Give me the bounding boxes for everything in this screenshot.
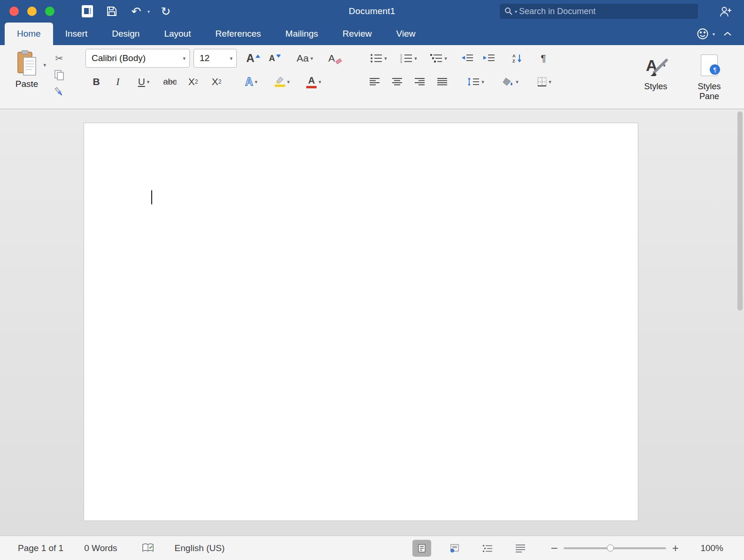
draft-view-button[interactable] (511, 540, 530, 557)
borders-dropdown-arrow[interactable]: ▾ (549, 79, 551, 85)
save-button[interactable] (103, 3, 120, 20)
titlebar: ↶ ▾ ↻ Document1 ▾ (0, 0, 744, 23)
text-effects-button[interactable]: A ▾ (237, 72, 266, 91)
tab-review[interactable]: Review (330, 23, 384, 45)
svg-text:A: A (512, 54, 516, 58)
outline-view-button[interactable] (478, 540, 497, 557)
feedback-smiley-button[interactable] (697, 28, 709, 40)
italic-button[interactable]: I (107, 72, 129, 91)
paste-button[interactable]: Paste (16, 50, 39, 89)
highlight-button[interactable]: ▾ (266, 72, 299, 91)
zoom-level[interactable]: 100% (695, 543, 723, 553)
search-scope-chevron-icon[interactable]: ▾ (515, 9, 517, 14)
shading-button[interactable]: ▾ (495, 72, 526, 91)
clear-formatting-button[interactable]: A (323, 49, 347, 68)
font-color-dropdown-arrow[interactable]: ▾ (318, 79, 321, 85)
sort-button[interactable]: A Z (506, 49, 529, 68)
undo-button[interactable]: ↶ (128, 3, 145, 20)
bullets-dropdown-arrow[interactable]: ▾ (384, 55, 387, 62)
word-count[interactable]: 0 Words (84, 543, 117, 553)
borders-button[interactable]: ▾ (529, 72, 560, 91)
tab-references[interactable]: References (203, 23, 273, 45)
underline-button[interactable]: U ▾ (129, 72, 159, 91)
tab-layout[interactable]: Layout (152, 23, 203, 45)
tab-design[interactable]: Design (100, 23, 152, 45)
align-center-icon (392, 78, 403, 86)
zoom-window-button[interactable] (45, 7, 54, 16)
tab-view[interactable]: View (384, 23, 428, 45)
print-layout-view-button[interactable] (412, 540, 431, 557)
close-window-button[interactable] (9, 7, 19, 16)
paste-dropdown-arrow[interactable]: ▾ (43, 62, 46, 68)
subscript-button[interactable]: X2 (181, 72, 205, 91)
text-effects-dropdown-arrow[interactable]: ▾ (255, 79, 258, 85)
share-button[interactable] (717, 5, 734, 19)
justify-button[interactable] (431, 72, 454, 91)
multilevel-dropdown-arrow[interactable]: ▾ (444, 55, 447, 62)
font-size-combobox[interactable]: 12 ▾ (194, 49, 237, 68)
search-in-document-box[interactable]: ▾ (500, 4, 698, 19)
font-size-value: 12 (200, 53, 209, 63)
grow-font-button[interactable]: A (242, 49, 264, 68)
format-painter-button[interactable] (51, 85, 68, 100)
page-indicator[interactable]: Page 1 of 1 (18, 543, 63, 553)
zoom-slider-knob[interactable] (607, 544, 614, 552)
shrink-font-button[interactable]: A (264, 49, 286, 68)
font-name-combobox[interactable]: Calibri (Body) ▾ (85, 49, 190, 68)
line-spacing-dropdown-arrow[interactable]: ▾ (481, 79, 484, 85)
feedback-dropdown-arrow[interactable]: ▾ (713, 31, 715, 37)
align-right-button[interactable] (409, 72, 431, 91)
change-case-dropdown-arrow[interactable]: ▾ (310, 55, 313, 62)
superscript-button[interactable]: X2 (205, 72, 228, 91)
highlight-dropdown-arrow[interactable]: ▾ (287, 79, 290, 85)
language-indicator[interactable]: English (US) (175, 543, 225, 553)
minimize-window-button[interactable] (27, 7, 37, 16)
text-cursor (151, 190, 152, 204)
tab-mailings[interactable]: Mailings (273, 23, 331, 45)
new-document-button[interactable] (79, 3, 96, 20)
styles-button[interactable]: A ▾ Styles (636, 51, 675, 106)
align-left-icon (370, 78, 380, 86)
pilcrow-badge-icon: ¶ (710, 64, 720, 75)
increase-indent-button[interactable] (478, 49, 500, 68)
tab-home[interactable]: Home (5, 23, 53, 45)
web-layout-view-button[interactable] (445, 540, 464, 557)
proofing-status-button[interactable] (142, 543, 154, 553)
line-spacing-button[interactable]: ▾ (461, 72, 490, 91)
cut-button[interactable]: ✂ (51, 51, 68, 66)
numbering-button[interactable]: 1 2 3 ▾ (394, 49, 424, 68)
vertical-scrollbar-thumb[interactable] (737, 111, 743, 311)
borders-icon (537, 77, 547, 86)
bullets-button[interactable]: ▾ (364, 49, 394, 68)
zoom-slider[interactable] (564, 547, 666, 549)
redo-button[interactable]: ↻ (157, 3, 174, 20)
strikethrough-button[interactable]: abc (159, 72, 181, 91)
scissors-icon: ✂ (55, 53, 63, 64)
zoom-in-button[interactable]: + (671, 543, 680, 554)
align-left-button[interactable] (364, 72, 386, 91)
draft-view-icon (515, 544, 526, 552)
numbering-dropdown-arrow[interactable]: ▾ (414, 55, 417, 62)
styles-pane-button[interactable]: ¶ Styles Pane (690, 51, 729, 106)
font-color-button[interactable]: A ▾ (299, 72, 329, 91)
document-page[interactable] (84, 123, 638, 521)
shading-dropdown-arrow[interactable]: ▾ (516, 79, 519, 85)
tab-insert[interactable]: Insert (53, 23, 100, 45)
undo-dropdown-arrow[interactable]: ▾ (147, 9, 150, 14)
increase-indent-icon (483, 54, 495, 62)
font-name-dropdown-arrow[interactable]: ▾ (179, 55, 186, 62)
bold-button[interactable]: B (85, 72, 107, 91)
zoom-out-button[interactable]: − (550, 542, 559, 554)
align-center-button[interactable] (386, 72, 409, 91)
search-input[interactable] (519, 7, 693, 16)
chevron-up-icon (723, 31, 732, 36)
collapse-ribbon-button[interactable] (723, 31, 732, 36)
decrease-indent-button[interactable] (457, 49, 478, 68)
show-paragraph-marks-button[interactable]: ¶ (533, 49, 554, 68)
underline-dropdown-arrow[interactable]: ▾ (147, 79, 150, 85)
copy-button[interactable] (51, 68, 68, 83)
multilevel-list-button[interactable]: ▾ (424, 49, 454, 68)
change-case-button[interactable]: Aa ▾ (289, 49, 320, 68)
svg-text:3: 3 (400, 60, 402, 63)
font-size-dropdown-arrow[interactable]: ▾ (226, 55, 232, 62)
